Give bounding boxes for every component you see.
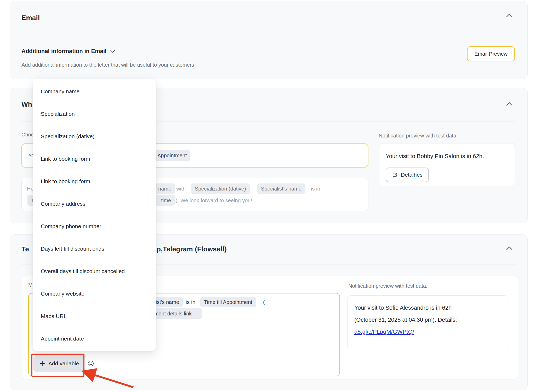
dropdown-item[interactable]: Appointment date (33, 327, 156, 350)
email-card-title: Email (21, 14, 40, 22)
external-link-icon (392, 172, 398, 178)
variable-chip-specialization-dative[interactable]: Specialization (dative) (191, 183, 250, 194)
dropdown-item[interactable]: Link to booking form (33, 148, 156, 170)
notification-preview-card: Your visit to Sofie Alessandro is in 62h… (347, 295, 508, 350)
helper-text-line2: ). We look forward to seeing you! (176, 195, 252, 206)
dropdown-item[interactable]: Days left till discount ends (33, 238, 156, 260)
dropdown-item[interactable]: Specialization (33, 103, 156, 125)
notification-preview-card: Your visit to Bobby Pin Salon is in 62h.… (379, 143, 515, 186)
collapse-chevron-up-icon[interactable] (506, 102, 513, 106)
preview-link[interactable]: a5.gl/c/PLpqM/GWPtQ/ (354, 328, 414, 335)
message-label-fragment: M (28, 282, 33, 288)
smiley-icon (87, 360, 94, 367)
helper-text-is-in: is in (311, 183, 320, 194)
dropdown-item[interactable]: Company website (33, 283, 156, 305)
collapse-chevron-up-icon[interactable] (506, 246, 513, 250)
email-card: Email Additional information in Email Ad… (10, 1, 528, 79)
variable-chip-specialist-name[interactable]: Specialist's name (257, 183, 305, 194)
chevron-down-icon[interactable] (110, 50, 115, 53)
preview-line2: (October 31, 2025 at 04:30 pm). Details: (354, 314, 457, 326)
add-variable-label: Add variable (48, 360, 79, 367)
dropdown-item[interactable]: Company phone number (33, 215, 156, 238)
dropdown-item[interactable]: Company name (33, 80, 156, 103)
helper-text-fragment: He (27, 183, 34, 194)
input-text-after-chip: . (194, 150, 196, 161)
detalhes-button-label: Detalhes (401, 172, 423, 178)
dropdown-item[interactable]: Specialization (dative) (33, 125, 156, 148)
notification-preview-label: Notification preview with test data: (348, 283, 427, 289)
dropdown-item[interactable]: Overall days till discount cancelled (33, 260, 156, 283)
additional-info-subsection[interactable]: Additional information in Email (21, 48, 115, 55)
card-title-fragment: Wh (21, 100, 32, 108)
editor-text-paren: ( (263, 297, 265, 307)
email-preview-button-label: Email Preview (474, 51, 508, 57)
add-variable-button[interactable]: Add variable (33, 355, 85, 372)
plus-icon (39, 361, 45, 366)
emoji-button[interactable] (84, 356, 97, 371)
editor-text-is-in: is in (186, 297, 195, 307)
divider (21, 36, 516, 36)
variable-chip-appointment[interactable]: Appointment (154, 150, 190, 161)
card-title-fragment-right: p,Telegram (Flowsell) (157, 245, 227, 253)
additional-info-hint: Add additional information to the letter… (21, 62, 194, 68)
email-preview-button[interactable]: Email Preview (467, 46, 515, 61)
helper-text-with: with (176, 183, 186, 194)
additional-info-title: Additional information in Email (21, 48, 106, 55)
notification-preview-label: Notification preview with test data: (379, 133, 458, 139)
collapse-chevron-up-icon[interactable] (506, 13, 513, 18)
preview-message: Your visit to Bobby Pin Salon is in 62h. (386, 150, 484, 162)
dropdown-item[interactable]: Maps URL (33, 305, 156, 327)
preview-line1: Your visit to Sofie Alessandro is in 62h (354, 302, 457, 314)
detalhes-button[interactable]: Detalhes (386, 168, 429, 182)
card-title-fragment-left: Te (21, 245, 29, 253)
variable-chip-time-till-appointment[interactable]: Time till Appointment (200, 297, 256, 307)
choose-label-fragment: Choo (21, 132, 34, 138)
dropdown-item[interactable]: Link to booking form (33, 170, 156, 193)
variable-dropdown: Company nameSpecializationSpecialization… (33, 79, 156, 351)
dropdown-item[interactable]: Company address (33, 193, 156, 215)
